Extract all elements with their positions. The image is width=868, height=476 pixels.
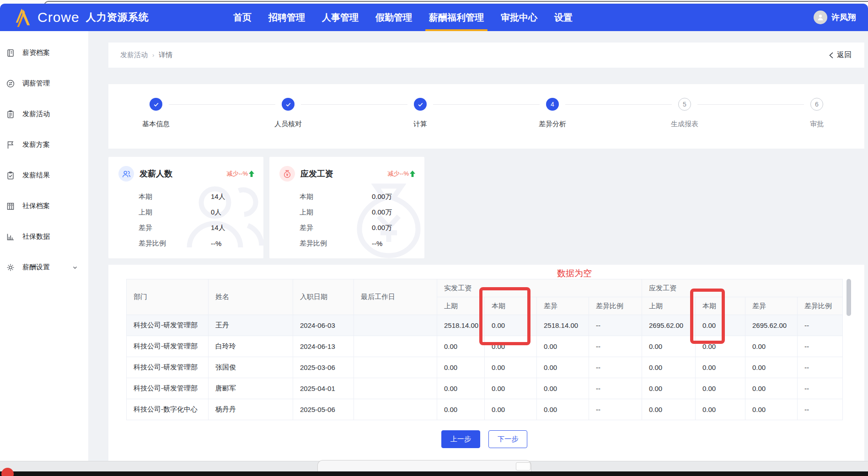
step-check-icon — [414, 98, 427, 111]
table-row[interactable]: 科技公司-研发管理部 张国俊 2025-03-06 0.00 0.00 0.00… — [127, 357, 843, 378]
col-header-hire-date: 入职日期 — [293, 279, 354, 315]
step-approval[interactable]: 6 审批 — [804, 98, 830, 128]
stat-row-label: 差异 — [139, 224, 211, 232]
sub-header-prev: 上期 — [642, 297, 696, 315]
cell-net-prev: 0.00 — [437, 336, 485, 357]
stat-row: 差异比例 --% — [300, 235, 415, 251]
sidebar-item-payroll-result[interactable]: 发薪结果 — [0, 160, 88, 191]
annotation-red-box-gross-current — [690, 289, 725, 344]
cell-gross-diff: 0.00 — [745, 378, 798, 399]
brand-name: Crowe — [38, 10, 80, 25]
stat-row-value: 0.00万 — [372, 208, 392, 217]
cell-gross-diff: 0.00 — [745, 336, 798, 357]
sidebar-item-salary-archive[interactable]: 薪资档案 — [0, 37, 88, 68]
sidebar-item-social-archive[interactable]: 社保档案 — [0, 191, 88, 221]
prev-step-button[interactable]: 上一步 — [441, 430, 480, 448]
cell-net-current: 0.00 — [485, 378, 537, 399]
cell-last-work-day — [354, 336, 437, 357]
step-generate-report[interactable]: 5 生成报表 — [672, 98, 697, 128]
sidebar: 薪资档案 调薪管理 发薪活动 — [0, 31, 88, 461]
nav-item-attendance[interactable]: 假勤管理 — [375, 4, 412, 31]
cell-dept: 科技公司-研发管理部 — [127, 378, 209, 399]
step-connector — [565, 104, 672, 105]
nav-item-home[interactable]: 首页 — [233, 4, 252, 31]
up-arrow-icon — [410, 171, 415, 177]
cell-dept: 科技公司-研发管理部 — [127, 357, 209, 378]
stat-row: 本期 14人 — [139, 189, 254, 204]
sidebar-item-label: 发薪活动 — [22, 110, 50, 118]
col-header-name: 姓名 — [209, 279, 293, 315]
cell-dept: 科技公司-数字化中心 — [127, 399, 209, 420]
cell-net-diff-ratio: -- — [589, 378, 642, 399]
cell-gross-diff: 0.00 — [745, 357, 798, 378]
stat-row-value: 0人 — [211, 208, 221, 217]
stat-row: 上期 0人 — [139, 204, 254, 220]
step-personnel-check[interactable]: 人员核对 — [275, 98, 301, 128]
sidebar-item-label: 社保数据 — [22, 232, 50, 241]
table-row[interactable]: 科技公司-数字化中心 杨丹丹 2025-05-06 0.00 0.00 0.00… — [127, 399, 843, 420]
scrollbar-thumb[interactable] — [847, 279, 851, 316]
sidebar-item-payroll-plan[interactable]: 发薪方案 — [0, 129, 88, 160]
nav-item-approval-center[interactable]: 审批中心 — [501, 4, 537, 31]
sidebar-item-social-data[interactable]: 社保数据 — [0, 221, 88, 252]
cell-net-diff: 0.00 — [537, 336, 589, 357]
step-label: 计算 — [413, 120, 427, 128]
avatar — [814, 11, 827, 24]
gear-icon — [6, 263, 15, 272]
diff-table-card: 数据为空 部门 姓名 入职日期 最后工作日 — [108, 265, 864, 461]
cell-gross-prev: 0.00 — [642, 357, 696, 378]
clipboard-check-icon — [6, 171, 15, 180]
col-header-dept: 部门 — [127, 279, 209, 315]
nav-item-compensation[interactable]: 薪酬福利管理 — [429, 4, 484, 31]
bottom-black-bar — [0, 471, 868, 476]
nav-item-recruitment[interactable]: 招聘管理 — [268, 4, 305, 31]
sidebar-item-payroll-activity[interactable]: 发薪活动 — [0, 99, 88, 129]
cell-net-diff-ratio: -- — [589, 357, 642, 378]
cell-net-prev: 0.00 — [437, 357, 485, 378]
sidebar-item-label: 发薪方案 — [22, 140, 50, 149]
sidebar-item-compensation-settings[interactable]: 薪酬设置 — [0, 252, 88, 283]
cell-name: 张国俊 — [209, 357, 293, 378]
breadcrumb-payroll-activity[interactable]: 发薪活动 — [120, 51, 148, 59]
cell-last-work-day — [354, 357, 437, 378]
cell-gross-prev: 0.00 — [642, 399, 696, 420]
stat-row-value: 0.00万 — [372, 224, 392, 232]
cell-net-prev: 0.00 — [437, 378, 485, 399]
next-step-button[interactable]: 下一步 — [488, 430, 527, 448]
step-calculate[interactable]: 计算 — [407, 98, 433, 128]
wizard-actions: 上一步 下一步 — [126, 430, 842, 448]
step-basic-info[interactable]: 基本信息 — [143, 98, 169, 128]
back-button[interactable]: 返回 — [828, 50, 852, 60]
step-connector — [433, 104, 540, 105]
table-row[interactable]: 科技公司-研发管理部 唐郦军 2025-04-01 0.00 0.00 0.00… — [127, 378, 843, 399]
money-bag-icon — [279, 166, 295, 182]
stat-row-value: --% — [211, 240, 221, 247]
cell-net-diff-ratio: -- — [589, 315, 642, 336]
back-label: 返回 — [837, 50, 852, 60]
nav-item-settings[interactable]: 设置 — [554, 4, 573, 31]
user-name: 许凤翔 — [831, 12, 856, 23]
step-label: 基本信息 — [142, 120, 170, 128]
stat-card-gross-pay: 应发工资 减少--% 本期 0.00万 上期 0.00万 — [269, 157, 424, 258]
annotation-red-box-net-current — [479, 287, 530, 345]
app-header: Crowe 人力资源系统 首页 招聘管理 人事管理 假勤管理 薪酬福利管理 审批… — [0, 4, 868, 31]
empty-data-annotation: 数据为空 — [557, 267, 592, 279]
stepper: 基本信息 人员核对 计算 — [143, 98, 830, 128]
cell-net-diff-ratio: -- — [589, 399, 642, 420]
sub-header-prev: 上期 — [437, 297, 485, 315]
cell-name: 白玲玲 — [209, 336, 293, 357]
up-arrow-icon — [249, 171, 254, 177]
cell-net-current: 0.00 — [485, 399, 537, 420]
browser-top-edge — [0, 0, 868, 4]
sidebar-item-salary-adjust[interactable]: 调薪管理 — [0, 68, 88, 99]
app-title: 人力资源系统 — [86, 11, 149, 24]
stat-trend: 减少--% — [227, 170, 254, 178]
nav-item-personnel[interactable]: 人事管理 — [322, 4, 359, 31]
cell-net-diff: 2518.14.00 — [537, 315, 589, 336]
flag-icon — [6, 140, 15, 150]
cell-gross-current: 0.00 — [696, 357, 745, 378]
stat-row-label: 本期 — [139, 193, 211, 201]
step-diff-analysis[interactable]: 4 差异分析 — [540, 98, 565, 128]
user-menu[interactable]: 许凤翔 — [814, 4, 856, 31]
cell-hire-date: 2024-06-03 — [293, 315, 354, 336]
